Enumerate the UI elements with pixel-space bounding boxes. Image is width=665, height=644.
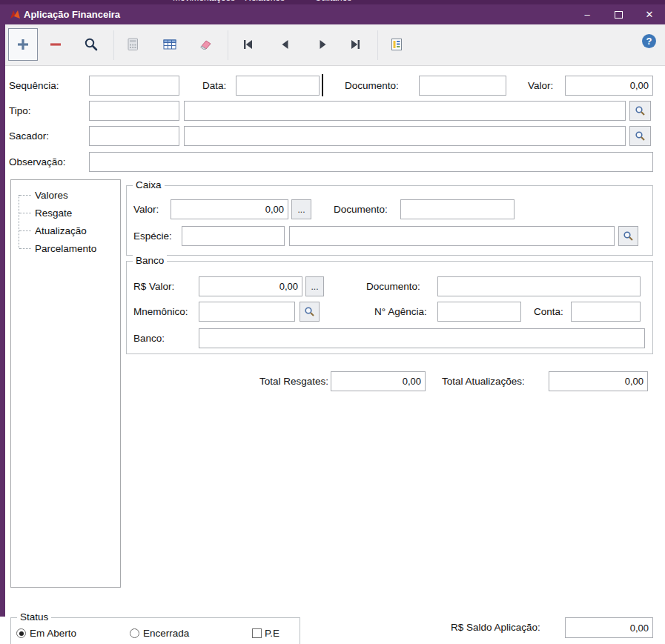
banco-browse-button[interactable]: ... [305, 276, 324, 296]
maximize-icon [615, 11, 623, 19]
pe-label: P.E [265, 623, 279, 643]
tree-connector [19, 248, 31, 249]
lookup-magnifier-icon [635, 130, 646, 142]
agencia-input[interactable] [437, 302, 521, 322]
mnemonico-label: Mnemônico: [133, 302, 188, 322]
toolbar-separator [228, 30, 228, 60]
especie-code-input[interactable] [182, 226, 285, 246]
sacador-lookup-button[interactable] [629, 126, 651, 146]
section-tree: Valores Resgate Atualização Parcelamento [10, 179, 121, 588]
background-menu-item: Movimentações [173, 0, 235, 3]
search-icon [84, 37, 99, 52]
plus-icon [16, 38, 30, 51]
tree-item-valores[interactable]: Valores [11, 186, 120, 204]
em-aberto-radio[interactable] [16, 628, 26, 638]
help-button[interactable]: ? [642, 34, 656, 48]
saldo-aplicacao-input[interactable] [565, 617, 653, 638]
tipo-description-input[interactable] [184, 101, 626, 121]
tipo-label: Tipo: [9, 101, 31, 121]
window-title: Aplicação Financeira [24, 9, 120, 20]
especie-lookup-button[interactable] [618, 226, 638, 246]
minimize-button[interactable]: – [572, 4, 603, 24]
caixa-valor-input[interactable] [171, 199, 288, 219]
tree-item-resgate[interactable]: Resgate [11, 204, 120, 222]
tree-item-atualizacao[interactable]: Atualização [11, 222, 120, 239]
text-caret [322, 74, 323, 96]
sacador-description-input[interactable] [184, 126, 626, 146]
banco-valor-input[interactable] [199, 276, 302, 296]
conta-label: Conta: [534, 302, 563, 322]
banco-documento-input[interactable] [437, 276, 641, 296]
toolbar: ? [5, 24, 665, 66]
especie-description-input[interactable] [289, 226, 615, 246]
encerrada-label: Encerrada [143, 623, 189, 643]
tree-item-label: Valores [35, 190, 68, 201]
documento-input[interactable] [419, 76, 506, 96]
total-atualizacoes-label: Total Atualizações: [442, 371, 525, 391]
add-record-button[interactable] [8, 28, 38, 61]
banco-valor-label: R$ Valor: [133, 276, 174, 296]
sequencia-input[interactable] [89, 76, 179, 96]
caixa-group-title: Caixa [133, 179, 165, 190]
mnemonico-input[interactable] [199, 302, 295, 322]
toolbar-separator [113, 30, 114, 60]
calculator-icon [128, 38, 139, 51]
status-group-title: Status [17, 611, 51, 623]
last-record-button[interactable] [340, 28, 370, 61]
caixa-valor-label: Valor: [133, 199, 159, 219]
banco-nome-input[interactable] [199, 328, 645, 348]
conta-input[interactable] [571, 302, 641, 322]
observacao-input[interactable] [89, 152, 653, 172]
last-record-icon [348, 39, 362, 50]
close-button[interactable]: ✕ [634, 4, 665, 24]
total-resgates-input[interactable] [331, 371, 426, 391]
calculator-button[interactable] [118, 28, 148, 61]
pe-checkbox[interactable] [252, 628, 262, 638]
tree-connector [19, 195, 31, 196]
total-atualizacoes-input[interactable] [549, 371, 648, 391]
toolbar-separator [377, 30, 378, 60]
banco-documento-label: Documento: [366, 276, 420, 296]
first-record-button[interactable] [234, 28, 263, 61]
encerrada-radio[interactable] [130, 628, 139, 638]
search-button[interactable] [76, 28, 106, 61]
sacador-code-input[interactable] [89, 126, 179, 146]
delete-record-button[interactable] [41, 28, 70, 61]
banco-nome-label: Banco: [133, 328, 165, 348]
tipo-code-input[interactable] [89, 101, 179, 121]
agencia-label: N° Agência: [374, 302, 427, 322]
saldo-aplicacao-label: R$ Saldo Aplicação: [451, 617, 540, 638]
valor-label: Valor: [528, 76, 553, 96]
data-input[interactable] [236, 76, 320, 96]
maximize-button[interactable] [603, 4, 634, 24]
mnemonico-lookup-button[interactable] [300, 302, 320, 322]
tree-item-label: Resgate [35, 208, 72, 219]
caixa-documento-input[interactable] [400, 199, 515, 219]
valor-input[interactable] [565, 76, 653, 96]
minus-icon [49, 38, 62, 51]
grid-view-button[interactable] [155, 28, 185, 61]
sequencia-label: Sequência: [9, 76, 59, 96]
em-aberto-label: Em Aberto [30, 623, 76, 643]
caixa-documento-label: Documento: [334, 199, 388, 219]
previous-record-button[interactable] [271, 28, 300, 61]
observacao-label: Observação: [9, 152, 66, 172]
tree-connector [19, 213, 31, 213]
tipo-lookup-button[interactable] [629, 101, 651, 121]
documento-label: Documento: [345, 76, 399, 96]
background-menu-item: Relatórios [245, 0, 285, 3]
tree-line [19, 195, 19, 248]
radio-selected-dot [19, 631, 24, 636]
previous-record-icon [279, 39, 292, 50]
caixa-browse-button[interactable]: ... [291, 199, 311, 219]
next-record-button[interactable] [308, 28, 337, 61]
report-button[interactable] [382, 28, 411, 61]
clear-button[interactable] [191, 28, 220, 61]
grid-icon [163, 39, 176, 50]
background-menu-item: Utilitários [315, 0, 351, 3]
especie-label: Espécie: [133, 226, 172, 246]
tree-item-parcelamento[interactable]: Parcelamento [11, 239, 120, 257]
title-bar[interactable]: Aplicação Financeira – ✕ [5, 4, 665, 24]
lookup-magnifier-icon [304, 306, 315, 317]
tree-connector [19, 230, 31, 231]
